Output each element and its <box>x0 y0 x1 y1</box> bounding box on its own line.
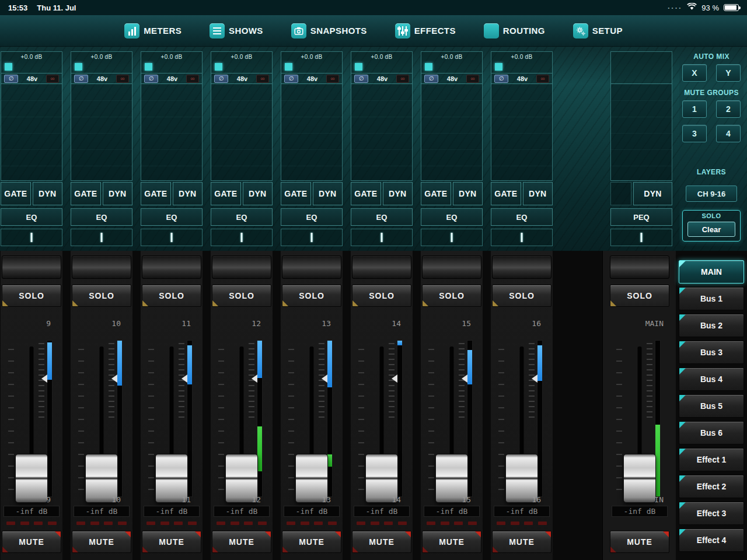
eq-curve-display[interactable] <box>1 84 62 181</box>
gate-button[interactable]: GATE <box>141 182 171 205</box>
main-dyn-button[interactable]: DYN <box>633 182 672 205</box>
pan-slider[interactable] <box>211 229 273 246</box>
scribble-strip[interactable] <box>282 256 341 279</box>
bus-select-bus5[interactable]: Bus 5 <box>679 394 744 418</box>
phase-button[interactable]: ∅ <box>74 75 88 83</box>
main-peq-button[interactable]: PEQ <box>610 208 672 226</box>
dyn-button[interactable]: DYN <box>313 182 343 205</box>
main-pan-slider[interactable] <box>610 229 672 246</box>
eq-curve-display[interactable] <box>141 84 203 181</box>
channel-select-indicator[interactable] <box>145 63 152 71</box>
phase-button[interactable]: ∅ <box>214 75 228 83</box>
channel-select-indicator[interactable] <box>495 63 502 71</box>
phase-button[interactable]: ∅ <box>494 75 508 83</box>
scribble-strip[interactable] <box>422 256 481 279</box>
eq-button[interactable]: EQ <box>421 208 483 226</box>
gate-button[interactable]: GATE <box>351 182 381 205</box>
gain-display[interactable]: +0.0 dB <box>351 51 413 74</box>
main-fader-handle[interactable] <box>623 454 656 503</box>
pan-slider[interactable] <box>421 229 483 246</box>
tab-meters[interactable]: METERS <box>124 23 181 38</box>
pan-slider[interactable] <box>1 229 62 246</box>
gain-display[interactable]: +0.0 dB <box>421 51 483 74</box>
solo-button[interactable]: SOLO <box>142 285 201 307</box>
eq-curve-display[interactable] <box>211 84 273 181</box>
main-mute-button[interactable]: MUTE <box>610 531 669 553</box>
gain-display[interactable]: +0.0 dB <box>211 51 273 74</box>
dyn-button[interactable]: DYN <box>523 182 553 205</box>
tab-setup[interactable]: SETUP <box>573 23 623 38</box>
scribble-strip[interactable] <box>72 256 131 279</box>
channel-select-indicator[interactable] <box>425 63 432 71</box>
eq-button[interactable]: EQ <box>71 208 132 226</box>
channel-select-indicator[interactable] <box>355 63 362 71</box>
eq-button[interactable]: EQ <box>491 208 553 226</box>
solo-button[interactable]: SOLO <box>2 285 61 307</box>
phase-button[interactable]: ∅ <box>4 75 18 83</box>
gate-button[interactable]: GATE <box>211 182 241 205</box>
pan-slider[interactable] <box>141 229 203 246</box>
dyn-button[interactable]: DYN <box>383 182 413 205</box>
solo-button[interactable]: SOLO <box>282 285 341 307</box>
mute-group-2-button[interactable]: 2 <box>716 100 741 118</box>
bus-select-bus6[interactable]: Bus 6 <box>679 421 744 444</box>
eq-curve-display[interactable] <box>71 84 132 181</box>
gain-display[interactable]: +0.0 dB <box>281 51 343 74</box>
scribble-strip[interactable] <box>610 256 669 279</box>
gain-display[interactable]: +0.0 dB <box>141 51 203 74</box>
solo-button[interactable]: SOLO <box>492 285 551 307</box>
dyn-button[interactable]: DYN <box>103 182 133 205</box>
mute-group-4-button[interactable]: 4 <box>716 125 741 142</box>
solo-button[interactable]: SOLO <box>212 285 271 307</box>
gate-button[interactable]: GATE <box>281 182 311 205</box>
eq-button[interactable]: EQ <box>141 208 203 226</box>
eq-curve-display[interactable] <box>421 84 483 181</box>
channel-select-indicator[interactable] <box>5 63 12 71</box>
pan-slider[interactable] <box>351 229 413 246</box>
bus-select-effect3[interactable]: Effect 3 <box>679 502 744 525</box>
auto-mix-y-button[interactable]: Y <box>716 64 741 82</box>
tab-routing[interactable]: ROUTING <box>484 23 545 38</box>
dyn-button[interactable]: DYN <box>33 182 63 205</box>
scribble-strip[interactable] <box>212 256 271 279</box>
gate-button[interactable]: GATE <box>421 182 451 205</box>
bus-select-effect4[interactable]: Effect 4 <box>679 528 744 552</box>
fader-handle[interactable] <box>15 454 48 503</box>
channel-select-indicator[interactable] <box>75 63 82 71</box>
main-eq-curve-display[interactable] <box>610 84 672 181</box>
mute-group-3-button[interactable]: 3 <box>682 125 707 142</box>
eq-button[interactable]: EQ <box>351 208 413 226</box>
mute-button[interactable]: MUTE <box>492 531 551 553</box>
layer-select-button[interactable]: CH 9-16 <box>686 186 737 202</box>
mute-button[interactable]: MUTE <box>352 531 411 553</box>
bus-select-bus4[interactable]: Bus 4 <box>679 368 744 391</box>
phase-button[interactable]: ∅ <box>354 75 368 83</box>
bus-select-effect2[interactable]: Effect 2 <box>679 475 744 498</box>
mute-button[interactable]: MUTE <box>282 531 341 553</box>
mute-button[interactable]: MUTE <box>72 531 131 553</box>
pan-slider[interactable] <box>491 229 553 246</box>
mute-button[interactable]: MUTE <box>212 531 271 553</box>
scribble-strip[interactable] <box>142 256 201 279</box>
dyn-button[interactable]: DYN <box>453 182 483 205</box>
channel-select-indicator[interactable] <box>215 63 222 71</box>
bus-select-bus2[interactable]: Bus 2 <box>679 314 744 337</box>
eq-button[interactable]: EQ <box>1 208 62 226</box>
gate-button[interactable]: GATE <box>1 182 31 205</box>
channel-select-indicator[interactable] <box>285 63 292 71</box>
bus-select-main[interactable]: MAIN <box>679 260 744 284</box>
phase-button[interactable]: ∅ <box>424 75 438 83</box>
tab-snapshots[interactable]: SNAPSHOTS <box>291 23 367 38</box>
phase-button[interactable]: ∅ <box>144 75 158 83</box>
gain-display[interactable]: +0.0 dB <box>1 51 62 74</box>
eq-button[interactable]: EQ <box>211 208 273 226</box>
pan-slider[interactable] <box>71 229 132 246</box>
tab-effects[interactable]: EFFECTS <box>395 23 456 38</box>
eq-curve-display[interactable] <box>281 84 343 181</box>
eq-curve-display[interactable] <box>491 84 553 181</box>
pan-slider[interactable] <box>281 229 343 246</box>
phase-button[interactable]: ∅ <box>284 75 298 83</box>
scribble-strip[interactable] <box>2 256 61 279</box>
bus-select-bus3[interactable]: Bus 3 <box>679 341 744 364</box>
auto-mix-x-button[interactable]: X <box>682 64 707 82</box>
